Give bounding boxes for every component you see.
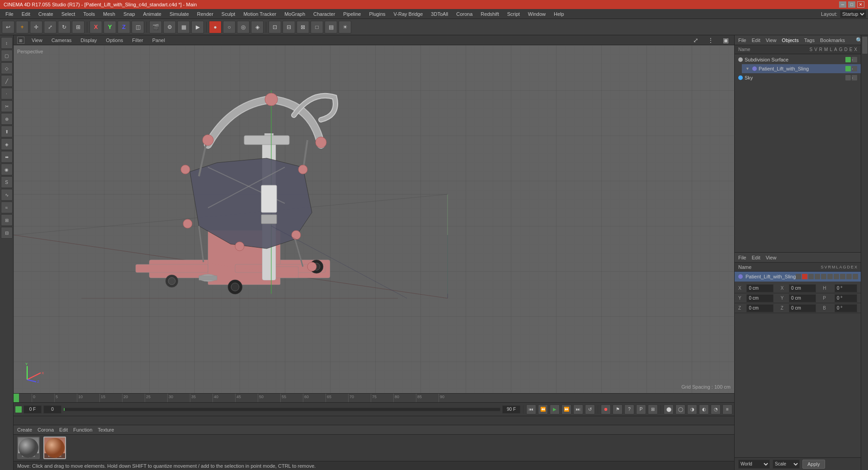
attr-ctrl-3[interactable] bbox=[808, 274, 814, 279]
menu-character[interactable]: Character bbox=[310, 10, 339, 18]
tool-move[interactable]: ↕ bbox=[1, 37, 13, 49]
objects-tab-objects[interactable]: Objects bbox=[782, 38, 798, 43]
tl-key1[interactable]: ⬤ bbox=[664, 404, 674, 414]
tool-polygon[interactable]: ◇ bbox=[1, 62, 13, 74]
render-button[interactable]: 🎬 bbox=[149, 21, 162, 33]
viewport-tab-cameras[interactable]: Cameras bbox=[50, 37, 74, 43]
menu-select[interactable]: Select bbox=[58, 10, 79, 18]
attr-tab-file[interactable]: File bbox=[738, 255, 746, 260]
rotate-tool[interactable]: ↻ bbox=[58, 21, 71, 33]
coord-y-scale-input[interactable] bbox=[789, 294, 816, 302]
menu-motion-tracker[interactable]: Motion Tracker bbox=[240, 10, 280, 18]
coord-p-input[interactable] bbox=[835, 294, 857, 302]
attr-tab-edit[interactable]: Edit bbox=[752, 255, 760, 260]
viewport-expand-icon[interactable]: ⤢ bbox=[691, 37, 700, 44]
tool-smooth[interactable]: ≈ bbox=[1, 202, 13, 213]
minimize-button[interactable]: ─ bbox=[839, 1, 846, 8]
menu-render[interactable]: Render bbox=[193, 10, 217, 18]
menu-snap[interactable]: Snap bbox=[120, 10, 139, 18]
coord-y-pos-input[interactable] bbox=[746, 294, 774, 302]
point-mode[interactable]: ○ bbox=[223, 21, 236, 33]
attr-ctrl-5[interactable] bbox=[821, 274, 826, 279]
tl-extra[interactable]: ⊞ bbox=[648, 404, 658, 414]
tl-next-frame[interactable]: ⏩ bbox=[561, 404, 571, 414]
tl-auto-key[interactable]: ⚑ bbox=[613, 404, 623, 414]
bottom-tab-edit[interactable]: Edit bbox=[59, 427, 68, 432]
viewport-tab-filter[interactable]: Filter bbox=[130, 37, 145, 43]
tool-extrude[interactable]: ⬆ bbox=[1, 126, 13, 137]
viewport-tab-panel[interactable]: Panel bbox=[151, 37, 167, 43]
attr-selected-object[interactable]: Patient_Lift_with_Sling bbox=[735, 272, 861, 282]
coord-h-input[interactable] bbox=[835, 284, 857, 292]
menu-mesh[interactable]: Mesh bbox=[99, 10, 119, 18]
menu-edit[interactable]: Edit bbox=[18, 10, 34, 18]
coord-x-scale-input[interactable] bbox=[789, 284, 816, 292]
objects-tab-tags[interactable]: Tags bbox=[804, 38, 815, 43]
tool-extra2[interactable]: ⊟ bbox=[1, 227, 13, 239]
tl-record[interactable]: ⏺ bbox=[601, 404, 611, 414]
menu-simulate[interactable]: Simulate bbox=[166, 10, 193, 18]
render-settings[interactable]: ⚙ bbox=[163, 21, 176, 33]
axis-x[interactable]: X bbox=[90, 21, 102, 33]
display-mode[interactable]: □ bbox=[311, 21, 323, 33]
material-swatch-mat-boi[interactable]: mat_boi bbox=[17, 437, 40, 459]
obj-dot-ctrl-2[interactable]: · bbox=[852, 66, 857, 71]
coord-z-pos-input[interactable] bbox=[746, 304, 774, 312]
tool-sculpt[interactable]: S bbox=[1, 176, 13, 188]
object-mode[interactable]: ● bbox=[209, 21, 222, 33]
timeline-end-input[interactable] bbox=[502, 405, 520, 414]
tl-prev-frame[interactable]: ⏪ bbox=[538, 404, 548, 414]
attr-ctrl-4[interactable] bbox=[815, 274, 820, 279]
tl-skip-start[interactable]: ⏮ bbox=[526, 404, 536, 414]
object-item-subdivision[interactable]: Subdivision Surface · bbox=[735, 55, 861, 64]
close-button[interactable]: ✕ bbox=[857, 1, 864, 8]
attr-ctrl-9[interactable] bbox=[846, 274, 852, 279]
menu-redshift[interactable]: Redshift bbox=[477, 10, 502, 18]
objects-tab-file[interactable]: File bbox=[738, 38, 746, 43]
coord-z-scale-input[interactable] bbox=[789, 304, 816, 312]
attr-ctrl-6[interactable] bbox=[827, 274, 833, 279]
bottom-tab-function[interactable]: Function bbox=[73, 427, 92, 432]
object-item-sky[interactable]: Sky · bbox=[735, 73, 861, 82]
transform-tool[interactable]: ⊞ bbox=[72, 21, 85, 33]
tl-skip-end[interactable]: ⏭ bbox=[573, 404, 583, 414]
attr-tab-view[interactable]: View bbox=[766, 255, 777, 260]
viewport-tab-display[interactable]: Display bbox=[79, 37, 99, 43]
object-item-patient-lift[interactable]: ▼ Patient_Lift_with_Sling · bbox=[742, 64, 861, 73]
coord-space-selector[interactable]: World Object Local bbox=[738, 460, 770, 469]
snap-geo[interactable]: ⊠ bbox=[297, 21, 309, 33]
coord-system[interactable]: ◫ bbox=[132, 21, 144, 33]
bottom-tab-corona[interactable]: Corona bbox=[38, 427, 54, 432]
grid-toggle[interactable]: ▤ bbox=[325, 21, 337, 33]
apply-button[interactable]: Apply bbox=[802, 460, 825, 469]
coord-scale-selector[interactable]: Scale Absolute bbox=[773, 460, 800, 469]
objects-tab-bookmarks[interactable]: Bookmarks bbox=[820, 38, 845, 43]
axis-z[interactable]: Z bbox=[118, 21, 130, 33]
menu-mograph[interactable]: MoGraph bbox=[281, 10, 309, 18]
tl-play[interactable]: ▶ bbox=[550, 404, 560, 414]
menu-pipeline[interactable]: Pipeline bbox=[340, 10, 364, 18]
bottom-tab-create[interactable]: Create bbox=[17, 427, 32, 432]
menu-window[interactable]: Window bbox=[524, 10, 549, 18]
material-swatch-mat-pat[interactable]: mat_pat bbox=[43, 437, 66, 459]
snap-enable[interactable]: ⊡ bbox=[269, 21, 281, 33]
layout-selector[interactable]: Startup bbox=[840, 10, 866, 18]
viewport-dots-icon[interactable]: ⋮ bbox=[706, 37, 716, 44]
tool-knife[interactable]: ✂ bbox=[1, 100, 13, 112]
tool-bridge[interactable]: ⬌ bbox=[1, 151, 13, 163]
render-region[interactable]: ▦ bbox=[177, 21, 190, 33]
objects-tab-edit[interactable]: Edit bbox=[752, 38, 760, 43]
render-active[interactable]: ▶ bbox=[191, 21, 204, 33]
move-tool[interactable]: ✛ bbox=[30, 21, 42, 33]
obj-check-1[interactable] bbox=[845, 57, 851, 62]
obj-dot-ctrl-1[interactable]: · bbox=[852, 57, 857, 62]
timeline-current-input[interactable] bbox=[43, 405, 61, 414]
tool-extra[interactable]: ⊞ bbox=[1, 214, 13, 226]
tool-loop[interactable]: ⊕ bbox=[1, 113, 13, 125]
obj-check-3[interactable] bbox=[845, 75, 851, 80]
viewport-tab-view[interactable]: View bbox=[30, 37, 44, 43]
axis-y[interactable]: Y bbox=[104, 21, 116, 33]
tool-weld[interactable]: ◉ bbox=[1, 164, 13, 175]
menu-tools[interactable]: Tools bbox=[80, 10, 99, 18]
tool-brush[interactable]: ∿ bbox=[1, 189, 13, 201]
